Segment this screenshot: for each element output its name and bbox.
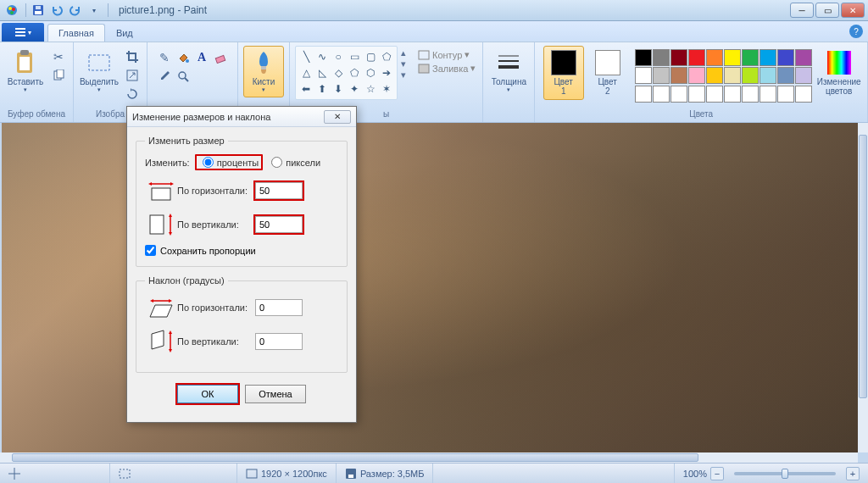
color-swatch[interactable] xyxy=(688,49,705,66)
size-button[interactable]: Толщина ▾ xyxy=(488,46,529,97)
color-swatch-empty[interactable] xyxy=(777,86,794,103)
brushes-button[interactable]: Кисти ▾ xyxy=(243,46,284,97)
shapes-gallery[interactable]: ╲ ∿ ○ ▭ ▢ ⬠ △ ◺ ◇ ⬠ ⬡ ➔ ⬅ ⬆ ⬇ ✦ ☆ ✶ xyxy=(295,46,398,100)
radio-percent[interactable] xyxy=(203,157,214,168)
keep-aspect-checkbox[interactable] xyxy=(145,245,156,256)
fill-icon[interactable] xyxy=(175,49,192,66)
color-swatch-empty[interactable] xyxy=(724,86,741,103)
color-swatch-empty[interactable] xyxy=(653,86,670,103)
color-swatch[interactable] xyxy=(742,49,759,66)
color-swatch-empty[interactable] xyxy=(760,86,776,103)
color-swatch[interactable] xyxy=(760,67,776,84)
shape-star4[interactable]: ✦ xyxy=(347,81,362,97)
percent-label[interactable]: проценты xyxy=(217,158,259,168)
color1-button[interactable]: Цвет 1 xyxy=(543,46,584,100)
text-icon[interactable]: A xyxy=(193,49,210,66)
color-swatch-empty[interactable] xyxy=(635,86,652,103)
color-swatch[interactable] xyxy=(653,67,670,84)
shape-arrowl[interactable]: ⬅ xyxy=(298,81,314,97)
color-swatch[interactable] xyxy=(706,49,723,66)
radio-pixels[interactable] xyxy=(271,157,282,168)
shapes-scroll[interactable]: ▴▾▾ xyxy=(401,46,413,82)
shape-arrowr[interactable]: ➔ xyxy=(379,65,394,80)
zoom-in-button[interactable]: + xyxy=(846,467,860,480)
color-swatch[interactable] xyxy=(670,49,687,66)
color-swatch[interactable] xyxy=(724,49,741,66)
zoom-thumb[interactable] xyxy=(782,469,788,479)
magnifier-icon[interactable] xyxy=(175,68,192,85)
shape-pentagon[interactable]: ⬠ xyxy=(347,65,362,80)
minimize-button[interactable]: ─ xyxy=(790,3,814,18)
save-icon[interactable] xyxy=(30,2,47,19)
zoom-out-button[interactable]: − xyxy=(710,467,724,480)
help-icon[interactable]: ? xyxy=(849,25,863,38)
skew-horizontal-input[interactable] xyxy=(255,299,303,316)
color-swatch[interactable] xyxy=(795,67,812,84)
shape-curve[interactable]: ∿ xyxy=(314,49,330,64)
color-swatch[interactable] xyxy=(706,67,723,84)
close-button[interactable]: ✕ xyxy=(841,3,865,18)
color-swatch-empty[interactable] xyxy=(742,86,759,103)
dialog-close-button[interactable]: ✕ xyxy=(324,110,351,124)
color-swatch[interactable] xyxy=(777,67,794,84)
keep-aspect-label[interactable]: Сохранить пропорции xyxy=(160,246,256,256)
select-button[interactable]: Выделить ▾ xyxy=(79,46,120,97)
shape-hexagon[interactable]: ⬡ xyxy=(363,65,378,80)
color-swatch[interactable] xyxy=(777,49,794,66)
fill-button[interactable]: Заливка ▾ xyxy=(418,63,476,74)
outline-button[interactable]: Контур ▾ xyxy=(418,49,476,60)
shape-oval[interactable]: ○ xyxy=(331,49,346,64)
color-swatch[interactable] xyxy=(635,67,652,84)
horizontal-input[interactable] xyxy=(255,182,303,199)
vertical-input[interactable] xyxy=(255,216,303,233)
color-swatch-empty[interactable] xyxy=(795,86,812,103)
redo-icon[interactable] xyxy=(67,2,84,19)
eraser-icon[interactable] xyxy=(212,49,229,66)
shape-star6[interactable]: ✶ xyxy=(379,81,394,97)
shape-triangle[interactable]: △ xyxy=(298,65,314,80)
crop-icon[interactable] xyxy=(125,49,140,64)
rotate-icon[interactable] xyxy=(125,86,140,102)
pencil-icon[interactable]: ✎ xyxy=(156,49,173,66)
undo-icon[interactable] xyxy=(48,2,65,19)
shape-arrowd[interactable]: ⬇ xyxy=(331,81,346,97)
shape-rect[interactable]: ▭ xyxy=(347,49,362,64)
shape-rtriangle[interactable]: ◺ xyxy=(314,65,330,80)
dialog-title-bar[interactable]: Изменение размеров и наклона ✕ xyxy=(127,107,356,127)
color-swatch[interactable] xyxy=(795,49,812,66)
color-swatch[interactable] xyxy=(670,67,687,84)
qat-dropdown-icon[interactable]: ▾ xyxy=(86,2,103,19)
maximize-button[interactable]: ▭ xyxy=(815,3,839,18)
shape-line[interactable]: ╲ xyxy=(298,49,314,64)
cancel-button[interactable]: Отмена xyxy=(245,385,306,403)
cut-icon[interactable]: ✂ xyxy=(51,49,66,64)
resize-icon[interactable] xyxy=(125,68,140,83)
color-swatch-empty[interactable] xyxy=(670,86,687,103)
copy-icon[interactable] xyxy=(51,68,66,83)
color2-button[interactable]: Цвет 2 xyxy=(587,46,628,100)
tab-home[interactable]: Главная xyxy=(47,24,105,42)
paste-button[interactable]: Вставить ▾ xyxy=(5,46,46,97)
zoom-slider[interactable] xyxy=(734,472,836,475)
skew-vertical-input[interactable] xyxy=(255,333,303,350)
color-swatch[interactable] xyxy=(635,49,652,66)
color-swatch[interactable] xyxy=(724,67,741,84)
shape-diamond[interactable]: ◇ xyxy=(331,65,346,80)
scroll-thumb[interactable] xyxy=(12,453,698,462)
shape-arrowu[interactable]: ⬆ xyxy=(314,81,330,97)
scrollbar-vertical[interactable] xyxy=(858,123,868,452)
scrollbar-horizontal[interactable] xyxy=(0,452,858,463)
color-swatch[interactable] xyxy=(742,67,759,84)
color-swatch-empty[interactable] xyxy=(706,86,723,103)
color-swatch-empty[interactable] xyxy=(688,86,705,103)
tab-view[interactable]: Вид xyxy=(105,24,144,42)
color-swatch[interactable] xyxy=(760,49,776,66)
scroll-thumb[interactable] xyxy=(859,135,867,398)
color-swatch[interactable] xyxy=(653,49,670,66)
file-menu-button[interactable]: ▾ xyxy=(2,23,44,42)
color-swatch[interactable] xyxy=(688,67,705,84)
shape-polygon[interactable]: ⬠ xyxy=(379,49,394,64)
shape-star5[interactable]: ☆ xyxy=(363,81,378,97)
edit-colors-button[interactable]: Изменение цветов xyxy=(819,46,860,100)
shape-roundrect[interactable]: ▢ xyxy=(363,49,378,64)
